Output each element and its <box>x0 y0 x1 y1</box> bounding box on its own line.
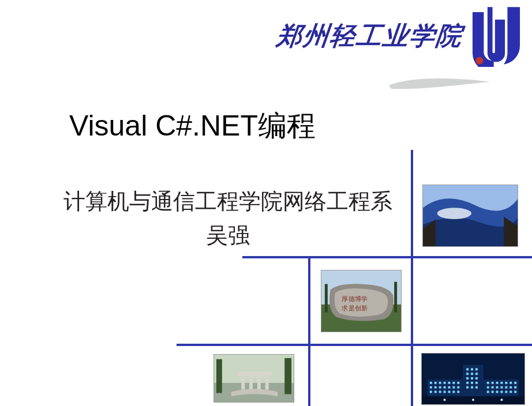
svg-rect-54 <box>444 391 446 393</box>
svg-rect-58 <box>487 391 489 393</box>
slide-title: Visual C#.NET编程 <box>69 107 316 145</box>
svg-rect-33 <box>500 382 503 384</box>
svg-rect-13 <box>216 359 222 393</box>
svg-rect-78 <box>471 386 473 389</box>
school-name-calligraphy: 郑州轻工业学院 <box>275 19 464 53</box>
svg-rect-41 <box>448 386 450 389</box>
svg-rect-69 <box>471 373 473 375</box>
svg-rect-64 <box>514 391 516 393</box>
svg-rect-23 <box>430 382 432 384</box>
svg-rect-52 <box>434 391 437 393</box>
svg-rect-57 <box>457 391 459 393</box>
slide-header: 郑州轻工业学院 <box>277 5 527 67</box>
svg-rect-25 <box>439 382 441 384</box>
svg-rect-51 <box>430 391 432 393</box>
svg-rect-62 <box>505 391 507 393</box>
svg-rect-63 <box>509 391 512 393</box>
divider-horizontal-1 <box>242 256 532 258</box>
svg-rect-15 <box>238 371 272 376</box>
svg-point-82 <box>472 399 474 401</box>
svg-rect-26 <box>444 382 446 384</box>
svg-rect-70 <box>475 373 478 375</box>
svg-rect-34 <box>505 382 507 384</box>
svg-rect-32 <box>496 382 499 384</box>
svg-rect-49 <box>509 386 512 389</box>
svg-rect-53 <box>439 391 441 393</box>
divider-horizontal-2 <box>177 344 532 346</box>
engraved-stone-photo: 厚德博学 求是创新 <box>321 270 402 332</box>
svg-rect-19 <box>265 376 269 389</box>
svg-rect-27 <box>448 382 450 384</box>
svg-rect-14 <box>284 358 291 394</box>
svg-rect-9 <box>325 284 328 313</box>
svg-rect-11 <box>214 355 294 383</box>
divider-vertical-2 <box>411 150 413 406</box>
svg-rect-75 <box>471 382 473 384</box>
campus-night-building-photo <box>421 353 525 405</box>
svg-rect-71 <box>466 377 469 379</box>
svg-rect-44 <box>487 386 489 389</box>
svg-rect-61 <box>500 391 503 393</box>
svg-text:求是创新: 求是创新 <box>342 304 367 311</box>
svg-rect-79 <box>475 386 478 389</box>
campus-sky-photo <box>422 185 518 247</box>
svg-rect-42 <box>452 386 455 389</box>
svg-rect-48 <box>505 386 507 389</box>
svg-rect-18 <box>257 376 261 389</box>
campus-pavilion-photo <box>213 354 294 403</box>
svg-point-0 <box>475 57 483 65</box>
svg-rect-17 <box>249 376 253 389</box>
svg-rect-40 <box>444 386 446 389</box>
svg-rect-56 <box>452 391 455 393</box>
svg-rect-39 <box>439 386 441 389</box>
svg-rect-68 <box>466 373 469 375</box>
subtitle-department: 计算机与通信工程学院网络工程系 <box>43 185 413 219</box>
svg-rect-65 <box>466 368 469 370</box>
svg-rect-73 <box>475 377 478 379</box>
svg-point-81 <box>444 399 446 401</box>
svg-rect-36 <box>514 382 516 384</box>
brush-stroke-graphic <box>388 75 492 92</box>
subtitle-author: 吴强 <box>43 219 413 253</box>
svg-rect-29 <box>457 382 459 384</box>
svg-rect-37 <box>430 386 432 389</box>
svg-rect-59 <box>492 391 494 393</box>
svg-rect-50 <box>514 386 516 389</box>
svg-rect-60 <box>496 391 499 393</box>
svg-rect-45 <box>492 386 494 389</box>
svg-rect-38 <box>434 386 437 389</box>
svg-text:厚德博学: 厚德博学 <box>342 295 367 302</box>
svg-rect-77 <box>466 386 469 389</box>
svg-rect-47 <box>500 386 503 389</box>
svg-rect-67 <box>475 368 478 370</box>
svg-rect-16 <box>241 376 245 389</box>
svg-rect-66 <box>471 368 473 370</box>
svg-rect-43 <box>457 386 459 389</box>
svg-rect-31 <box>492 382 494 384</box>
svg-rect-72 <box>471 377 473 379</box>
svg-rect-74 <box>466 382 469 384</box>
school-logo-icon <box>465 5 527 67</box>
svg-rect-30 <box>487 382 489 384</box>
svg-point-2 <box>437 208 471 219</box>
svg-rect-35 <box>509 382 512 384</box>
svg-rect-76 <box>475 382 478 384</box>
svg-rect-28 <box>452 382 455 384</box>
svg-rect-46 <box>496 386 499 389</box>
svg-rect-10 <box>394 282 397 313</box>
divider-vertical-1 <box>308 256 310 406</box>
slide-subtitle-block: 计算机与通信工程学院网络工程系 吴强 <box>43 185 413 253</box>
svg-rect-55 <box>448 391 450 393</box>
svg-rect-24 <box>434 382 437 384</box>
svg-point-83 <box>500 399 503 401</box>
